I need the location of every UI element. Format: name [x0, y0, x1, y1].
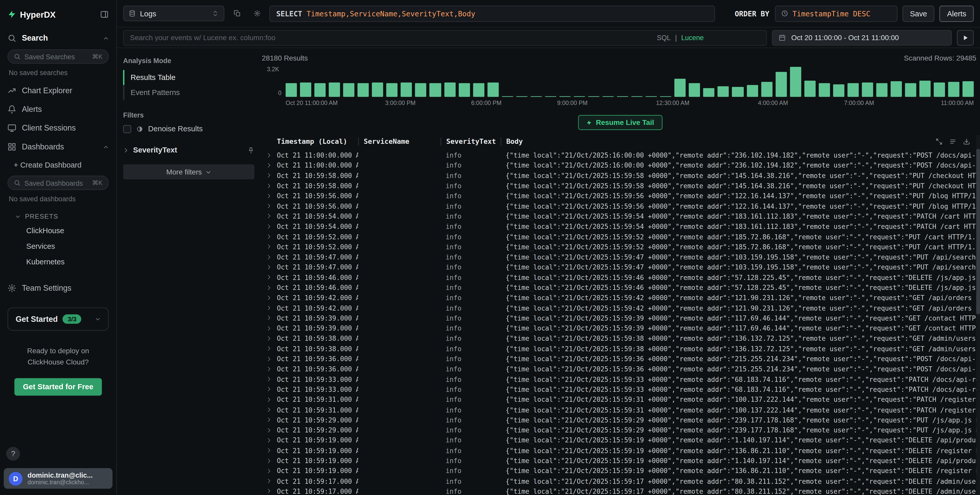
histogram-bar[interactable]	[876, 83, 887, 97]
log-row[interactable]: Oct 21 10:59:46.000 AM info {"time_local…	[261, 272, 980, 282]
histogram-bar[interactable]	[948, 82, 959, 97]
row-expand-icon[interactable]	[261, 193, 277, 199]
log-row[interactable]: Oct 21 10:59:39.000 AM info {"time_local…	[261, 323, 980, 333]
row-expand-icon[interactable]	[261, 315, 277, 321]
histogram-bar[interactable]	[934, 82, 945, 97]
preset-dashboard-item[interactable]: ClickHouse	[0, 223, 116, 239]
pin-icon[interactable]	[247, 146, 254, 153]
log-row[interactable]: Oct 21 10:59:31.000 AM info {"time_local…	[261, 395, 980, 404]
scrollbar-thumb[interactable]	[976, 149, 980, 314]
sidebar-item-chart-explorer[interactable]: Chart Explorer	[0, 81, 116, 100]
source-select[interactable]: Logs	[123, 6, 224, 21]
log-row[interactable]: Oct 21 10:59:56.000 AM info {"time_local…	[261, 191, 980, 201]
more-filters-button[interactable]: More filters	[123, 164, 254, 180]
log-row[interactable]: Oct 21 10:59:19.000 AM info {"time_local…	[261, 456, 980, 466]
get-started-free-button[interactable]: Get Started for Free	[14, 378, 102, 396]
histogram-bar[interactable]	[559, 96, 570, 97]
log-row[interactable]: Oct 21 10:59:42.000 AM info {"time_local…	[261, 303, 980, 313]
user-menu[interactable]: D dominic.tran@clic... dominic.tran@clic…	[4, 468, 113, 489]
column-header-servicename[interactable]: ServiceName	[358, 137, 441, 146]
help-button[interactable]: ?	[6, 447, 20, 461]
log-row[interactable]: Oct 21 10:59:19.000 AM info {"time_local…	[261, 446, 980, 456]
log-row[interactable]: Oct 21 10:59:38.000 AM info {"time_local…	[261, 333, 980, 344]
expand-table-icon[interactable]	[935, 138, 942, 145]
histogram-bar[interactable]	[473, 83, 484, 97]
histogram-bar[interactable]	[358, 83, 369, 97]
preset-dashboard-item[interactable]: Services	[0, 239, 116, 255]
log-row[interactable]: Oct 21 10:59:33.000 AM info {"time_local…	[261, 374, 980, 384]
histogram-bar[interactable]	[703, 88, 715, 97]
log-row[interactable]: Oct 21 10:59:42.000 AM info {"time_local…	[261, 293, 980, 303]
presets-toggle[interactable]: PRESETS	[0, 207, 116, 223]
row-expand-icon[interactable]	[261, 448, 277, 454]
row-expand-icon[interactable]	[261, 377, 277, 382]
histogram-bar[interactable]	[430, 83, 441, 97]
row-expand-icon[interactable]	[261, 162, 277, 168]
sidebar-item-dashboards[interactable]: Dashboards	[0, 137, 116, 156]
row-expand-icon[interactable]	[261, 325, 277, 331]
save-button[interactable]: Save	[902, 5, 935, 22]
row-expand-icon[interactable]	[261, 407, 277, 412]
row-expand-icon[interactable]	[261, 275, 277, 280]
log-row[interactable]: Oct 21 10:59:36.000 AM info {"time_local…	[261, 354, 980, 364]
log-row[interactable]: Oct 21 10:59:17.000 AM info {"time_local…	[261, 486, 980, 495]
analysis-mode-option[interactable]: Results Table	[123, 70, 254, 85]
column-header-timestamp[interactable]: Timestamp (Local)	[277, 137, 358, 146]
events-histogram[interactable]: 3.2K 0	[261, 66, 980, 97]
query-language-toggle[interactable]: SQL | Lucene	[657, 34, 760, 41]
resume-live-tail-button[interactable]: Resume Live Tail	[578, 115, 662, 130]
histogram-bar[interactable]	[761, 82, 772, 97]
select-clause-input[interactable]: SELECT Timestamp,ServiceName,SeverityTex…	[269, 5, 715, 22]
copy-button[interactable]	[229, 6, 244, 21]
date-range-picker[interactable]: Oct 20 11:00:00 - Oct 21 11:00:00	[772, 30, 952, 45]
histogram-bar[interactable]	[531, 96, 542, 97]
run-query-button[interactable]	[957, 30, 974, 45]
denoise-results-option[interactable]: Denoise Results	[123, 124, 254, 133]
histogram-bar[interactable]	[747, 85, 758, 97]
source-settings-button[interactable]	[250, 6, 264, 21]
row-expand-icon[interactable]	[261, 234, 277, 239]
log-row[interactable]: Oct 21 11:00:00.000 AM info {"time_local…	[261, 160, 980, 170]
table-scrollbar[interactable]	[976, 135, 980, 495]
histogram-bar[interactable]	[603, 96, 614, 97]
row-expand-icon[interactable]	[261, 244, 277, 250]
histogram-bar[interactable]	[631, 96, 643, 97]
log-row[interactable]: Oct 21 10:59:56.000 AM info {"time_local…	[261, 201, 980, 211]
histogram-bar[interactable]	[588, 96, 599, 97]
row-expand-icon[interactable]	[261, 356, 277, 362]
histogram-bar[interactable]	[833, 84, 844, 97]
saved-dashboards-input[interactable]: Saved Dashboards ⌘K	[7, 176, 109, 190]
row-expand-icon[interactable]	[261, 478, 277, 484]
histogram-bar[interactable]	[372, 83, 383, 97]
analysis-mode-option[interactable]: Event Patterns	[123, 85, 254, 100]
histogram-bar[interactable]	[386, 83, 398, 97]
row-expand-icon[interactable]	[261, 336, 277, 341]
row-expand-icon[interactable]	[261, 152, 277, 158]
column-header-severitytext[interactable]: SeverityText	[441, 137, 501, 146]
alerts-button[interactable]: Alerts	[940, 5, 974, 22]
sidebar-item-client-sessions[interactable]: Client Sessions	[0, 119, 116, 137]
histogram-bar[interactable]	[819, 83, 830, 97]
row-expand-icon[interactable]	[261, 489, 277, 494]
log-row[interactable]: Oct 21 10:59:19.000 AM info {"time_local…	[261, 466, 980, 476]
histogram-bar[interactable]	[329, 83, 340, 97]
histogram-bar[interactable]	[401, 83, 412, 97]
row-expand-icon[interactable]	[261, 417, 277, 423]
facet-severitytext[interactable]: SeverityText	[123, 143, 254, 157]
histogram-bar[interactable]	[574, 96, 585, 97]
histogram-bar[interactable]	[516, 96, 527, 97]
log-row[interactable]: Oct 21 10:59:39.000 AM info {"time_local…	[261, 313, 980, 323]
preset-dashboard-item[interactable]: Kubernetes	[0, 255, 116, 270]
log-row[interactable]: Oct 21 10:59:47.000 AM info {"time_local…	[261, 262, 980, 272]
get-started-card[interactable]: Get Started 3/3	[7, 307, 109, 331]
row-expand-icon[interactable]	[261, 223, 277, 229]
histogram-bar[interactable]	[920, 80, 931, 97]
log-row[interactable]: Oct 21 10:59:54.000 AM info {"time_local…	[261, 221, 980, 231]
row-expand-icon[interactable]	[261, 468, 277, 474]
log-row[interactable]: Oct 21 10:59:38.000 AM info {"time_local…	[261, 344, 980, 354]
sql-option[interactable]: SQL	[657, 34, 671, 41]
histogram-bar[interactable]	[314, 83, 326, 97]
histogram-bar[interactable]	[862, 82, 873, 97]
histogram-bar[interactable]	[675, 79, 686, 97]
log-row[interactable]: Oct 21 10:59:52.000 AM info {"time_local…	[261, 231, 980, 242]
